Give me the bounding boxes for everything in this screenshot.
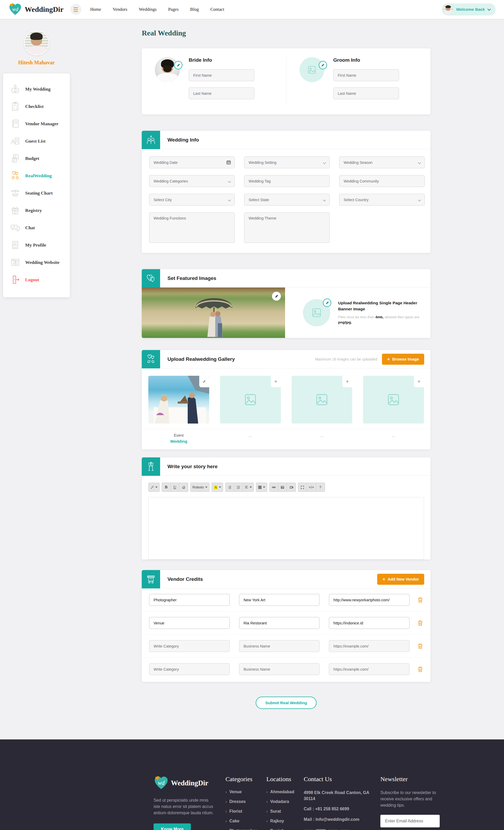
footer-category-link[interactable]: ›Photographer (226, 828, 257, 830)
select-state-select[interactable] (244, 194, 330, 205)
style-magic-button[interactable] (148, 483, 159, 491)
add-image-button[interactable]: + (342, 376, 352, 387)
wedding-setting-select[interactable] (244, 157, 330, 168)
banner-edit-button[interactable] (323, 298, 331, 307)
footer-location-link[interactable]: ›Vodadara (266, 799, 294, 804)
sidebar-item-chat[interactable]: Chat (10, 219, 67, 236)
wedding-community-input[interactable] (339, 175, 425, 187)
fullscreen-button[interactable] (298, 483, 307, 491)
add-image-button[interactable]: + (271, 376, 281, 387)
unordered-list-button[interactable] (226, 483, 234, 491)
delete-vendor-button[interactable] (417, 643, 423, 649)
sidebar-item-budget[interactable]: Budget (10, 150, 67, 167)
featured-image-edit-button[interactable] (272, 292, 281, 301)
nav-vendors[interactable]: Vendors (112, 7, 127, 12)
table-button[interactable] (256, 483, 267, 491)
sidebar-item-my-profile[interactable]: My Profile (10, 236, 67, 254)
vendor-business-input[interactable] (239, 594, 320, 606)
vendor-category-input[interactable] (149, 640, 230, 652)
story-editor-textarea[interactable] (148, 497, 424, 560)
footer-category-link[interactable]: ›Dresses (226, 799, 257, 804)
wedding-functions-textarea[interactable] (149, 213, 235, 243)
bride-first-name-input[interactable] (189, 69, 255, 81)
sidebar-item-seating-chart[interactable]: Seating Chart (10, 184, 67, 202)
submit-real-wedding-button[interactable]: Submit Real Wedding (256, 697, 316, 709)
vendor-category-input[interactable] (149, 617, 230, 629)
clear-format-button[interactable] (179, 483, 188, 491)
sidebar-item-vendor-manager[interactable]: Vendor Manager (10, 115, 67, 132)
vendor-url-input[interactable] (329, 663, 409, 675)
groom-photo-edit-button[interactable] (319, 61, 327, 69)
select-city-select[interactable] (149, 194, 235, 205)
add-image-button[interactable]: + (414, 376, 424, 387)
nav-pages[interactable]: Pages (168, 7, 179, 12)
nav-weddings[interactable]: Weddings (139, 7, 157, 12)
footer-category-link[interactable]: ›Cake (226, 819, 257, 824)
nav-home[interactable]: Home (90, 7, 101, 12)
bride-photo-edit-button[interactable] (174, 61, 182, 69)
vendor-url-input[interactable] (329, 617, 409, 629)
insert-link-button[interactable] (270, 483, 278, 491)
wedding-tag-input[interactable] (244, 175, 330, 187)
sidebar-item-registry[interactable]: Registry (10, 202, 67, 219)
vendor-url-input[interactable] (329, 640, 409, 652)
ordered-list-button[interactable] (234, 483, 243, 491)
footer-category-link[interactable]: ›Venue (226, 790, 257, 794)
sidebar-item-logout[interactable]: Logout (10, 271, 67, 288)
delete-vendor-button[interactable] (417, 597, 423, 603)
gallery-item-photo[interactable] (148, 376, 209, 423)
sidebar-item-realwedding[interactable]: RealWedding (10, 167, 67, 184)
underline-button[interactable]: U (171, 483, 179, 491)
paragraph-align-button[interactable] (243, 483, 254, 491)
groom-photo-placeholder[interactable] (300, 57, 325, 82)
gallery-item-edit-button[interactable] (199, 376, 209, 387)
footer-location-link[interactable]: ›Surat (266, 809, 294, 814)
profile-photo[interactable] (24, 30, 49, 55)
browse-image-button[interactable]: + Browse Image (382, 354, 424, 365)
delete-vendor-button[interactable] (417, 620, 423, 626)
vendor-category-input[interactable] (149, 594, 230, 606)
vendor-category-input[interactable] (149, 663, 230, 675)
vendor-business-input[interactable] (239, 617, 320, 629)
brand-logo[interactable]: wd WeddingDir (8, 3, 64, 16)
gallery-empty-slot[interactable]: + (220, 376, 281, 423)
vendor-business-input[interactable] (239, 640, 320, 652)
wedding-categories-select[interactable] (149, 175, 235, 187)
know-more-button[interactable]: Know More (154, 824, 191, 830)
nav-blog[interactable]: Blog (190, 7, 199, 12)
wedding-theme-textarea[interactable] (244, 213, 330, 243)
groom-first-name-input[interactable] (333, 69, 399, 81)
sidebar-item-wedding-website[interactable]: Wedding Website (10, 254, 67, 271)
vendor-business-input[interactable] (239, 663, 320, 675)
nav-contact[interactable]: Contact (210, 7, 224, 12)
insert-video-button[interactable] (287, 483, 296, 491)
footer-location-link[interactable]: ›Ahmedabad (266, 790, 294, 794)
footer-location-link[interactable]: ›Punjab (266, 828, 294, 830)
vendor-url-input[interactable] (329, 594, 409, 606)
gallery-category-value[interactable]: Wedding (148, 439, 209, 444)
add-new-vendor-button[interactable]: + Add New Vendor (377, 574, 424, 585)
help-button[interactable]: ? (316, 483, 325, 491)
insert-image-button[interactable] (278, 483, 287, 491)
wedding-season-select[interactable] (339, 157, 425, 168)
sidebar-item-checklist[interactable]: Checklist (10, 98, 67, 115)
newsletter-email-input[interactable] (380, 815, 440, 827)
banner-upload-dropzone[interactable] (303, 299, 330, 326)
footer-location-link[interactable]: ›Rajkoy (266, 819, 294, 824)
footer-category-link[interactable]: ›Florist (226, 809, 257, 814)
groom-last-name-input[interactable] (333, 88, 399, 99)
gallery-empty-slot[interactable]: + (292, 376, 352, 423)
account-menu[interactable]: Welcome Back (442, 3, 496, 15)
code-view-button[interactable]: </> (307, 483, 316, 491)
font-color-button[interactable]: A (212, 483, 223, 491)
sidebar-item-guest-list[interactable]: Guest List (10, 132, 67, 150)
delete-vendor-button[interactable] (417, 666, 423, 672)
bride-photo[interactable] (155, 57, 180, 82)
select-country-select[interactable] (339, 194, 425, 205)
bride-last-name-input[interactable] (189, 88, 255, 99)
menu-toggle-button[interactable] (70, 4, 81, 15)
wedding-date-input[interactable] (149, 157, 235, 168)
sidebar-item-my-wedding[interactable]: My Wedding (10, 81, 67, 98)
bold-button[interactable]: B (162, 483, 171, 491)
gallery-empty-slot[interactable]: + (363, 376, 424, 423)
